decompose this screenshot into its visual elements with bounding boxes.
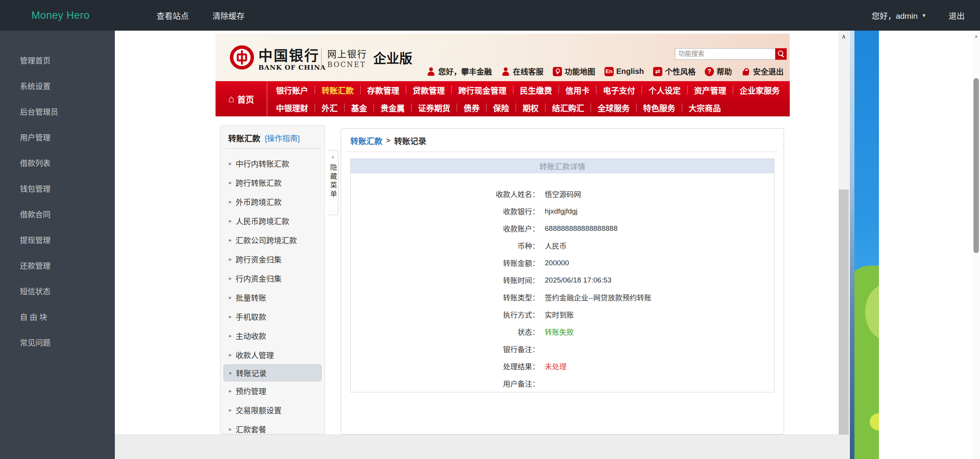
menu-item[interactable]: ▸ 主动收款 bbox=[220, 326, 325, 345]
menu-item[interactable]: ▸ 外币跨境汇款 bbox=[220, 192, 325, 211]
sidebar-item[interactable]: 提现管理 bbox=[0, 227, 115, 253]
sidebar-item[interactable]: 还款管理 bbox=[0, 253, 115, 278]
nav-item[interactable]: 企业家服务 bbox=[733, 86, 786, 94]
quick-link[interactable]: 帮助 bbox=[705, 66, 732, 77]
logout-button[interactable]: 退出 bbox=[949, 10, 965, 21]
home-icon: ⌂ bbox=[228, 94, 234, 104]
menu-item[interactable]: ▸ 手机取款 bbox=[220, 307, 325, 326]
detail-value: hjxdfgjfdgj bbox=[545, 207, 578, 216]
page-footer bbox=[115, 434, 849, 459]
hide-menu-tab[interactable]: ‹ 隐藏菜单 bbox=[328, 150, 338, 215]
quick-link[interactable]: 个性风格 bbox=[653, 66, 696, 77]
sidebar-item[interactable]: 用户管理 bbox=[0, 124, 115, 150]
sidebar-menu: 管理首页系统设置后台管理员用户管理借款列表钱包管理借款合同提现管理还款管理短信状… bbox=[0, 31, 115, 355]
search-input[interactable] bbox=[675, 48, 775, 60]
topbar-link[interactable]: 清除缓存 bbox=[212, 10, 245, 21]
quick-link-label: 帮助 bbox=[717, 66, 732, 77]
nav-item[interactable]: 中银理财 bbox=[270, 102, 315, 113]
detail-value: 签约金融企业--网贷放款预约转账 bbox=[545, 292, 652, 302]
nav-item[interactable]: 民生缴费 bbox=[513, 86, 559, 94]
bank-name-en: BANK OF CHINA bbox=[258, 64, 326, 71]
outer-scrollbar-thumb[interactable] bbox=[973, 78, 979, 253]
scroll-up-icon[interactable]: ▲ bbox=[972, 34, 980, 38]
search-icon[interactable] bbox=[775, 48, 787, 60]
nav-row-1: 银行账户转账汇款存款管理贷款管理跨行现金管理民生缴费信用卡电子支付个人设定资产管… bbox=[267, 81, 790, 99]
menu-item[interactable]: ▸ 批量转账 bbox=[220, 288, 325, 307]
menu-item[interactable]: ▸ 人民币跨境汇款 bbox=[220, 211, 325, 230]
nav-item[interactable]: 证券期货 bbox=[411, 103, 457, 112]
nav-item[interactable]: 资产管理 bbox=[687, 86, 733, 94]
nav-item[interactable]: 电子支付 bbox=[596, 86, 642, 94]
sidebar-item[interactable]: 管理首页 bbox=[0, 47, 115, 73]
nav-item[interactable]: 银行账户 bbox=[270, 84, 315, 96]
nav-item[interactable]: 贵金属 bbox=[374, 103, 411, 112]
nav-item[interactable]: 保险 bbox=[486, 103, 516, 112]
menu-item[interactable]: ▸ 转账记录 bbox=[224, 364, 322, 381]
nav-item[interactable]: 大宗商品 bbox=[682, 103, 727, 112]
operation-guide-link[interactable]: [操作指南] bbox=[265, 132, 300, 144]
scroll-up-icon[interactable]: ∧ bbox=[838, 33, 849, 40]
menu-item[interactable]: ▸ 中行内转账汇款 bbox=[220, 154, 325, 173]
menu-item[interactable]: ▸ 收款人管理 bbox=[220, 345, 325, 364]
quick-link-label: 在线客服 bbox=[513, 66, 544, 77]
header-quick-links: 您好，攀丰金融 在线客服 功能地图 English bbox=[426, 66, 784, 77]
menu-item[interactable]: ▸ 汇款套餐 bbox=[220, 420, 325, 434]
nav-item[interactable]: 存款管理 bbox=[360, 86, 406, 94]
nav-item[interactable]: 转账汇款 bbox=[315, 86, 360, 94]
menu-header: 转账汇款 [操作指南] bbox=[220, 126, 325, 148]
sidebar-item[interactable]: 后台管理员 bbox=[0, 99, 115, 124]
nav-item[interactable]: 期权 bbox=[516, 103, 545, 112]
outer-scrollbar: ▲ bbox=[972, 31, 980, 459]
sidebar-item[interactable]: 钱包管理 bbox=[0, 176, 115, 201]
nav-home[interactable]: ⌂ 首页 bbox=[216, 81, 267, 116]
function-search bbox=[675, 48, 787, 60]
app-logo[interactable]: Money Hero bbox=[31, 10, 90, 21]
nav-item[interactable]: 债券 bbox=[457, 103, 486, 112]
detail-row: 收款账户： 688888888888888888 bbox=[351, 220, 774, 237]
menu-title: 转账汇款 bbox=[228, 132, 260, 144]
chevron-right-icon: ▸ bbox=[229, 198, 232, 205]
quick-link[interactable]: 安全退出 bbox=[741, 66, 784, 77]
chevron-right-icon: ▸ bbox=[229, 294, 232, 301]
menu-item[interactable]: ▸ 跨行资金归集 bbox=[220, 250, 325, 269]
desktop-wallpaper bbox=[854, 31, 879, 459]
quick-link[interactable]: 功能地图 bbox=[553, 66, 595, 77]
nav-item[interactable]: 贷款管理 bbox=[406, 86, 451, 94]
topbar-link[interactable]: 查看站点 bbox=[157, 10, 189, 21]
menu-item[interactable]: ▸ 行内资金归集 bbox=[220, 269, 325, 288]
detail-row: 转账时间： 2025/06/18 17:06:53 bbox=[351, 271, 774, 289]
bank-header: 中国银行 BANK OF CHINA 网上银行 BOCNET 企业版 您好，攀丰… bbox=[216, 34, 790, 81]
quick-link-icon bbox=[653, 67, 662, 76]
breadcrumb-parent[interactable]: 转账汇款 bbox=[350, 135, 382, 146]
topbar-right: 您好，admin ▼ 退出 bbox=[872, 10, 965, 21]
menu-item[interactable]: ▸ 预约管理 bbox=[220, 381, 325, 400]
sidebar-item[interactable]: 自 由 块 bbox=[0, 304, 115, 330]
nav-item[interactable]: 个人设定 bbox=[642, 86, 687, 94]
nav-item[interactable]: 结汇购汇 bbox=[545, 103, 591, 112]
user-menu[interactable]: 您好，admin ▼ bbox=[872, 10, 926, 21]
quick-link[interactable]: 您好，攀丰金融 bbox=[426, 66, 492, 77]
menu-item[interactable]: ▸ 交易限额设置 bbox=[220, 400, 325, 420]
nav-item[interactable]: 信用卡 bbox=[559, 86, 596, 94]
nav-item[interactable]: 基金 bbox=[344, 103, 374, 112]
quick-link[interactable]: English bbox=[604, 67, 644, 76]
menu-item[interactable]: ▸ 汇款公司跨境汇款 bbox=[220, 230, 325, 250]
admin-topbar: Money Hero 查看站点清除缓存 您好，admin ▼ 退出 bbox=[0, 0, 980, 31]
nav-item[interactable]: 外汇 bbox=[315, 103, 344, 112]
sidebar-item[interactable]: 借款合同 bbox=[0, 201, 115, 227]
sidebar-item[interactable]: 短信状态 bbox=[0, 278, 115, 304]
nav-item[interactable]: 特色服务 bbox=[636, 103, 682, 112]
sidebar-item[interactable]: 系统设置 bbox=[0, 73, 115, 99]
quick-link[interactable]: 在线客服 bbox=[501, 66, 544, 77]
chevron-right-icon: ▸ bbox=[229, 237, 232, 243]
sidebar-item[interactable]: 借款列表 bbox=[0, 150, 115, 176]
menu-item[interactable]: ▸ 跨行转账汇款 bbox=[220, 173, 325, 192]
sidebar-item[interactable]: 常见问题 bbox=[0, 330, 115, 355]
detail-row: 处理结果： 未处理 bbox=[351, 358, 774, 375]
nav-item[interactable]: 全球服务 bbox=[591, 103, 636, 112]
nav-item[interactable]: 跨行现金管理 bbox=[451, 86, 513, 94]
chevron-right-icon: ▸ bbox=[229, 160, 232, 167]
detail-label: 币种： bbox=[351, 240, 539, 251]
inner-scrollbar-thumb[interactable] bbox=[839, 189, 849, 434]
detail-label: 转账时间： bbox=[351, 275, 539, 285]
